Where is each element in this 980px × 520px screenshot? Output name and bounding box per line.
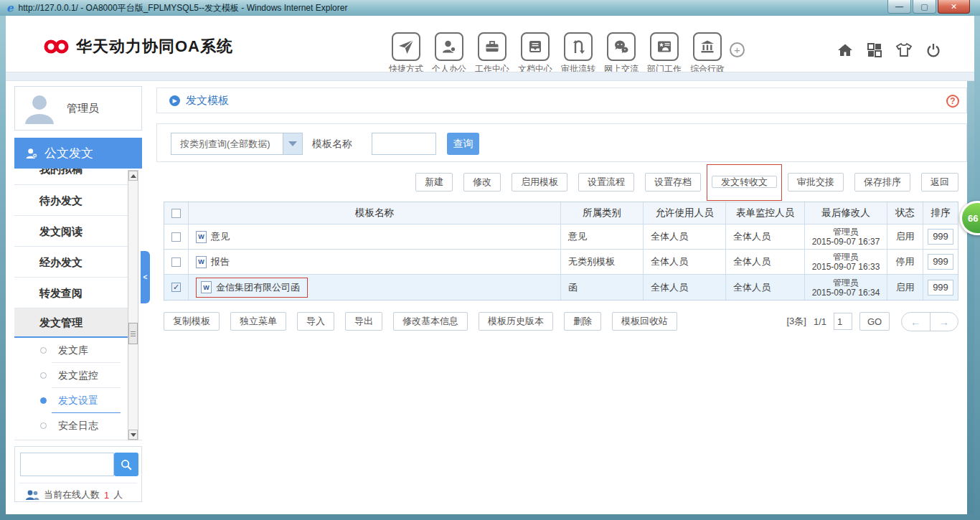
order-input[interactable]: 999: [928, 229, 953, 245]
select-all-checkbox[interactable]: [171, 209, 181, 218]
sidebar-section-gongwen[interactable]: 公文发文: [14, 138, 142, 169]
dispatch-to-receive-button[interactable]: 发文转收文: [712, 176, 777, 188]
chevron-down-icon[interactable]: [283, 133, 302, 154]
sidebar-item-my-drafts[interactable]: 我的拟稿: [14, 169, 128, 184]
template-table: 模板名称 所属类别 允许使用人员 表单监控人员 最后修改人 状态 排序 W意见 …: [164, 202, 958, 301]
sidebar-subitem-dispatch-library[interactable]: 发文库: [14, 338, 128, 363]
user-name: 管理员: [67, 102, 99, 115]
module-work-center[interactable]: 工作中心: [471, 32, 514, 75]
module-shortcuts[interactable]: 快捷方式: [385, 32, 428, 75]
help-icon[interactable]: ?: [946, 95, 959, 108]
prev-page-icon[interactable]: ←: [902, 313, 930, 331]
radio-icon: [40, 422, 47, 429]
independent-menu-button[interactable]: 独立菜单: [230, 312, 286, 331]
minimize-button[interactable]: —: [887, 0, 911, 14]
table-row[interactable]: W意见 意见 全体人员 全体人员 管理员2015-09-07 16:37 启用 …: [164, 224, 958, 250]
sidebar-item-handled-dispatch[interactable]: 经办发文: [14, 246, 128, 277]
close-button[interactable]: ✕: [938, 0, 970, 14]
maximize-button[interactable]: ▢: [913, 0, 936, 14]
template-recycle-bin-button[interactable]: 模板回收站: [612, 312, 677, 331]
module-general-admin[interactable]: 综合行政: [686, 32, 729, 75]
word-doc-icon: W: [196, 231, 207, 243]
ie-window: e http://127.0.0.1/ - OA8000平台版_FPLMYSQL…: [0, 0, 980, 520]
module-personal-office[interactable]: 个人办公: [428, 32, 471, 75]
set-archive-button[interactable]: 设置存档: [645, 173, 701, 192]
search-button[interactable]: [114, 453, 138, 476]
toolbar-top: 新建 修改 启用模板 设置流程 设置存档 发文转收文 审批交接 保存排序 返回: [156, 172, 958, 192]
sidebar-item-forward-review[interactable]: 转发查阅: [14, 277, 128, 308]
modify-button[interactable]: 修改: [463, 173, 501, 192]
sidebar-item-pending-dispatch[interactable]: 待办发文: [14, 184, 128, 215]
pagination: [3条] 1/1 GO ← →: [786, 312, 958, 331]
approval-handover-button[interactable]: 审批交接: [788, 173, 844, 192]
sidebar-subitem-security-log[interactable]: 安全日志: [14, 413, 128, 438]
row-checkbox[interactable]: [171, 257, 181, 267]
back-button[interactable]: 返回: [921, 173, 958, 192]
modify-basic-info-button[interactable]: 修改基本信息: [393, 312, 468, 331]
row-checkbox-checked[interactable]: ✓: [171, 283, 181, 292]
sidebar-section-title: 公文发文: [44, 145, 93, 161]
filter-panel: 按类别查询(全部数据) 模板名称 查询: [156, 123, 967, 162]
annotation-red-box: 发文转收文: [712, 174, 777, 191]
template-name-input[interactable]: [372, 133, 436, 155]
app-logo: 华天动力协同OA系统: [43, 36, 233, 57]
module-approval-flow[interactable]: 审批流转: [557, 32, 600, 75]
order-input[interactable]: 999: [928, 254, 953, 270]
new-button[interactable]: 新建: [415, 173, 453, 192]
delete-button[interactable]: 删除: [564, 312, 601, 331]
next-page-icon[interactable]: →: [930, 313, 958, 331]
status-value: 停用: [887, 250, 923, 274]
order-input[interactable]: 999: [928, 280, 953, 296]
category-dropdown[interactable]: 按类别查询(全部数据): [171, 133, 303, 155]
scrollbar-thumb[interactable]: [128, 323, 138, 344]
browser-scrollbar[interactable]: [967, 81, 974, 514]
online-users-icon: [25, 489, 39, 501]
module-department-work[interactable]: 部门工作: [643, 32, 686, 75]
sidebar-menu: 我的拟稿 待办发文 发文阅读 经办发文 转发查阅 发文管理 发文库 发文监控 发…: [14, 169, 142, 440]
word-doc-icon: W: [201, 281, 212, 293]
sidebar-subitem-dispatch-settings[interactable]: 发文设置: [14, 388, 128, 413]
select-all-cell: [164, 202, 189, 224]
u-turn-arrows-icon: [564, 32, 593, 61]
status-value: 启用: [887, 275, 923, 300]
scroll-down-icon[interactable]: [128, 430, 138, 440]
add-module-icon[interactable]: +: [730, 42, 745, 57]
sidebar-item-dispatch-reading[interactable]: 发文阅读: [14, 215, 128, 246]
infinity-logo-icon: [43, 37, 70, 56]
sidebar-item-dispatch-management[interactable]: 发文管理: [14, 308, 128, 338]
window-titlebar: e http://127.0.0.1/ - OA8000平台版_FPLMYSQL…: [0, 0, 980, 16]
template-history-button[interactable]: 模板历史版本: [479, 312, 553, 331]
scroll-up-icon[interactable]: [128, 171, 138, 181]
row-checkbox[interactable]: [171, 232, 181, 242]
sidebar-scrollbar[interactable]: [128, 170, 138, 440]
home-icon[interactable]: [836, 41, 854, 60]
sidebar-collapse-handle[interactable]: <: [141, 251, 150, 303]
radio-icon: [40, 372, 47, 379]
online-count-row: 当前在线人数 1 人: [25, 488, 123, 501]
query-button[interactable]: 查询: [447, 133, 479, 155]
grid-icon[interactable]: [865, 41, 884, 60]
copy-template-button[interactable]: 复制模板: [164, 312, 220, 331]
sidebar-search-input[interactable]: [20, 453, 114, 476]
window-title: http://127.0.0.1/ - OA8000平台版_FPLMYSQL5-…: [19, 2, 348, 14]
save-order-button[interactable]: 保存排序: [854, 173, 910, 192]
paper-plane-icon: [392, 32, 420, 61]
enable-template-button[interactable]: 启用模板: [512, 173, 567, 192]
sidebar-subitem-dispatch-monitor[interactable]: 发文监控: [14, 363, 128, 388]
arrow-bullet-icon: ▶: [169, 95, 180, 106]
set-flow-button[interactable]: 设置流程: [578, 173, 634, 192]
radio-icon: [40, 347, 47, 354]
ie-favicon-icon: e: [6, 3, 14, 14]
table-row[interactable]: W报告 无类别模板 全体人员 全体人员 管理员2015-09-07 16:33 …: [164, 250, 958, 275]
radio-selected-icon: [40, 397, 47, 404]
app-title: 华天动力协同OA系统: [76, 36, 233, 57]
power-icon[interactable]: [924, 41, 943, 60]
export-button[interactable]: 导出: [345, 312, 382, 331]
module-online-chat[interactable]: 网上交流: [600, 32, 643, 75]
import-button[interactable]: 导入: [297, 312, 334, 331]
module-document-center[interactable]: 文档中心: [514, 32, 557, 75]
page-input[interactable]: [834, 313, 852, 330]
table-row-selected[interactable]: ✓ W金信集团有限公司函 函 全体人员 全体人员 管理员2015-09-07 1…: [164, 275, 958, 300]
theme-shirt-icon[interactable]: [895, 41, 913, 60]
go-button[interactable]: GO: [859, 312, 890, 331]
